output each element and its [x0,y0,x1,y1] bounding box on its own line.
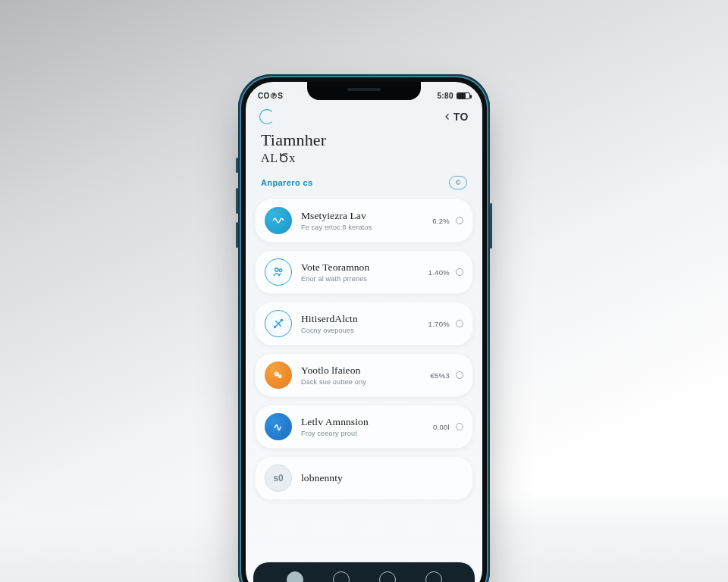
svg-point-0 [275,268,279,272]
bubbles-icon [265,361,292,389]
tools-icon [265,310,292,337]
items-list: Msetyiezra Lav Fe cay ertoc:8 keratos 6.… [246,196,482,500]
item-subtitle: Cocny ovepoues [301,327,428,334]
status-time: 5:80 [437,92,453,100]
top-bar: TO [246,105,482,127]
status-bar: CO℗S 5:80 [246,82,482,105]
back-button[interactable]: TO [443,111,469,123]
tab-second[interactable] [333,571,350,582]
page-title-block: Tiamnher ALԾx [246,127,482,167]
item-title: Msetyiezra Lav [301,210,432,222]
item-value: 0.00l [433,423,450,431]
item-subtitle: Fe cay ertoc:8 keratos [301,224,432,231]
item-title: Vote Teoramnon [301,261,428,274]
power-button[interactable] [490,203,492,249]
item-subtitle: Dack sue outtee ony [301,378,431,386]
item-title: Yootlo lfaieon [301,365,431,377]
page-subtitle: ALԾx [261,151,467,165]
list-item[interactable]: Msetyiezra Lav Fe cay ertoc:8 keratos 6.… [255,199,473,242]
tab-home[interactable] [287,571,303,582]
item-value: €5%3 [431,371,450,380]
pulse-icon [265,413,292,440]
tab-bar [253,562,475,582]
number-icon: s0 [265,465,292,492]
svg-point-4 [275,372,279,377]
svg-point-5 [278,374,282,378]
list-item[interactable]: Letlv Amnnsion Froy ceeory prout 0.00l [255,405,473,449]
phone-frame: CO℗S 5:80 TO Tiamnher ALԾx Anparero cs [238,74,490,582]
status-left: CO℗S [258,92,283,100]
screen: CO℗S 5:80 TO Tiamnher ALԾx Anparero cs [246,82,482,582]
item-subtitle: Enor al wath prrenes [301,275,428,283]
volume-down-button[interactable] [236,222,238,248]
radio-icon[interactable] [456,423,463,430]
refresh-icon[interactable] [259,109,275,124]
volume-up-button[interactable] [236,188,238,214]
radio-icon[interactable] [456,320,463,327]
item-value: 1.40% [428,268,450,277]
chevron-left-icon [443,112,452,121]
item-title: Letlv Amnnsion [301,416,433,428]
tab-third[interactable] [379,571,396,582]
svg-point-1 [279,269,282,272]
page-title: Tiamnher [261,130,467,149]
radio-icon[interactable] [456,217,463,224]
battery-icon [457,92,470,99]
list-item[interactable]: HitiserdAlctn Cocny ovepoues 1.70% [255,302,473,346]
tab-fourth[interactable] [425,571,442,582]
back-label: TO [453,111,469,123]
item-value: 6.2% [432,217,450,225]
item-value: 1.70% [428,320,450,328]
section-pill-button[interactable]: © [449,176,467,189]
item-title: lobnennty [301,472,463,484]
list-item[interactable]: s0 lobnennty [255,456,473,500]
radio-icon[interactable] [456,268,463,276]
people-icon [265,258,292,286]
section-label[interactable]: Anparero cs [261,178,313,187]
list-item[interactable]: Vote Teoramnon Enor al wath prrenes 1.40… [255,250,473,294]
section-header: Anparero cs © [246,167,482,196]
mute-switch[interactable] [236,158,238,173]
wave-icon [265,207,292,234]
list-item[interactable]: Yootlo lfaieon Dack sue outtee ony €5%3 [255,353,473,397]
item-title: HitiserdAlctn [301,313,428,325]
radio-icon[interactable] [456,371,463,379]
item-subtitle: Froy ceeory prout [301,430,433,437]
